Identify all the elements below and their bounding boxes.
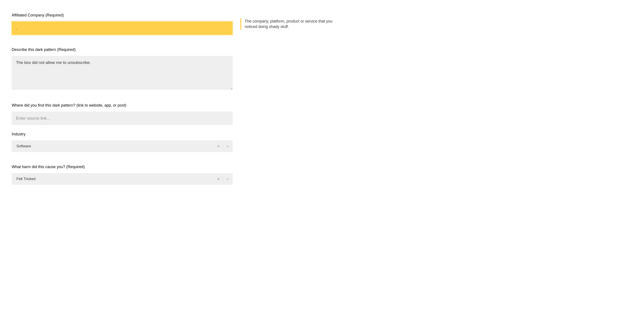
select-controls xyxy=(217,177,230,181)
chevron-down-icon[interactable] xyxy=(226,144,230,148)
select-divider xyxy=(223,177,223,181)
harm-select[interactable]: Felt Tricked xyxy=(12,173,232,185)
select-controls xyxy=(217,144,230,149)
description-textarea[interactable] xyxy=(12,56,232,90)
company-field-group: Affiliated Company (Required) xyxy=(12,13,232,35)
harm-field-group: What harm did this cause you? (Required)… xyxy=(12,165,232,185)
industry-select[interactable]: Software xyxy=(12,140,232,152)
clear-icon[interactable] xyxy=(217,177,220,181)
select-divider xyxy=(223,144,223,149)
clear-icon[interactable] xyxy=(217,145,220,148)
source-field-group: Where did you find this dark pattern? (l… xyxy=(12,103,232,125)
industry-field-group: Industry Software xyxy=(12,132,232,152)
description-field-group: Describe this dark pattern (Required) xyxy=(12,48,232,91)
industry-label: Industry xyxy=(12,132,232,137)
company-input[interactable] xyxy=(12,22,232,35)
company-label: Affiliated Company (Required) xyxy=(12,13,232,18)
source-label: Where did you find this dark pattern? (l… xyxy=(12,103,232,108)
harm-selected-value: Felt Tricked xyxy=(16,177,217,181)
company-help-text: The company, platform, product or servic… xyxy=(240,18,341,30)
source-input[interactable] xyxy=(12,112,232,125)
industry-selected-value: Software xyxy=(16,144,217,148)
description-label: Describe this dark pattern (Required) xyxy=(12,48,232,52)
harm-label: What harm did this cause you? (Required) xyxy=(12,165,232,169)
chevron-down-icon[interactable] xyxy=(226,177,230,181)
